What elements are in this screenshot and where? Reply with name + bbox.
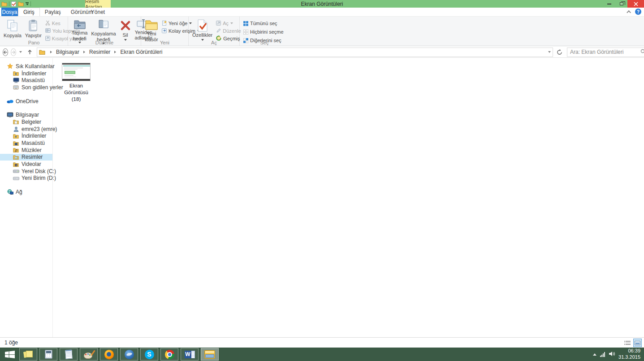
minimize-button[interactable] (603, 0, 615, 8)
folder-icon (39, 49, 45, 55)
documents-folder-icon (13, 119, 19, 124)
select-all-button[interactable]: Tümünü seç (242, 20, 285, 27)
firefox-icon (104, 350, 114, 359)
sidebar-item-music[interactable]: Müzikler (0, 147, 52, 154)
hard-drive-icon (13, 176, 19, 181)
sidebar-item-local-disk-c[interactable]: Yerel Disk (C:) (0, 168, 52, 175)
delete-x-icon (120, 19, 131, 32)
restore-button[interactable] (615, 0, 627, 8)
details-view-button[interactable] (624, 339, 632, 347)
sidebar-section-computer[interactable]: Bilgisayar (0, 111, 52, 118)
taskbar-skype[interactable]: S (140, 348, 158, 361)
breadcrumb-pictures[interactable]: Resimler (88, 49, 111, 55)
sidebar-item-new-volume-d[interactable]: Yeni Birim (D:) (0, 175, 52, 182)
file-name: Ekran Görüntüsü (18) (59, 83, 93, 103)
sidebar-section-onedrive[interactable]: OneDrive (0, 98, 52, 105)
sidebar-section-network[interactable]: Ağ (0, 188, 52, 196)
new-folder-button[interactable]: Yeni klasör (143, 17, 160, 41)
close-button[interactable] (627, 0, 644, 8)
sidebar-section-favorites[interactable]: Sık Kullanılanlar (0, 63, 52, 70)
taskbar-file-explorer[interactable] (201, 348, 219, 361)
tab-manage[interactable]: Yönet (85, 8, 111, 16)
tab-home[interactable]: Giriş (18, 8, 40, 16)
windows-logo-icon (5, 351, 15, 358)
breadcrumb-computer[interactable]: Bilgisayar (55, 49, 80, 55)
taskbar-thunderbird[interactable] (120, 348, 138, 361)
search-input[interactable] (569, 48, 640, 56)
tray-expand-icon[interactable] (593, 353, 596, 356)
group-label: Pano (0, 40, 68, 45)
scissors-icon (45, 20, 50, 26)
sidebar-item-downloads[interactable]: İndirilenler (0, 70, 52, 77)
copy-button[interactable]: Kopyala (2, 17, 23, 41)
sidebar-item-user-emre23[interactable]: emre23 (emre) (0, 126, 52, 133)
back-button[interactable] (3, 48, 8, 56)
help-icon[interactable]: ? (635, 9, 641, 15)
computer-icon (7, 112, 13, 117)
paste-icon (29, 19, 38, 32)
address-dropdown-icon[interactable] (548, 51, 551, 53)
paste-button[interactable]: Yapıştır (23, 17, 43, 41)
copy-to-button[interactable]: Kopyalama hedefi (89, 17, 117, 41)
properties-button[interactable]: Özellikler (190, 17, 214, 41)
sidebar-item-pictures[interactable]: Resimler (0, 154, 52, 161)
taskbar-paint[interactable] (80, 348, 98, 361)
taskbar-sticky-notes[interactable] (19, 348, 37, 361)
downloads-folder-icon (13, 134, 19, 139)
contextual-tab-picture-tools[interactable]: Resim Araçları (85, 0, 111, 8)
select-none-button[interactable]: Hiçbirini seçme (242, 28, 285, 35)
qat-properties-icon[interactable] (11, 1, 16, 7)
notepad-icon (65, 350, 72, 359)
qat-customize-dropdown-icon[interactable] (26, 2, 29, 5)
file-item-screenshot-18[interactable]: Ekran Görüntüsü (18) (59, 63, 93, 103)
downloads-folder-icon (13, 71, 19, 76)
sidebar-item-recent-places[interactable]: Son gidilen yerler (0, 84, 52, 91)
path-icon (45, 28, 51, 34)
sidebar-item-downloads2[interactable]: İndirilenler (0, 133, 52, 140)
tab-file[interactable]: Dosya (1, 8, 18, 16)
refresh-icon[interactable] (557, 49, 562, 55)
taskbar-notepad[interactable] (60, 348, 78, 361)
taskbar-chrome[interactable] (160, 348, 178, 361)
breadcrumb-chevron-icon (114, 51, 116, 53)
sidebar-item-desktop2[interactable]: Masaüstü (0, 139, 52, 147)
select-all-icon (243, 21, 248, 26)
open-button[interactable]: Aç (215, 20, 242, 27)
edit-button[interactable]: Düzenle (215, 27, 242, 35)
group-label: Düzenle (68, 40, 141, 45)
sticky-notes-icon (24, 350, 33, 358)
skype-icon: S (145, 350, 154, 359)
copy-icon (7, 19, 18, 32)
breadcrumb-chevron-icon (83, 51, 85, 53)
sidebar-item-desktop[interactable]: Masaüstü (0, 77, 52, 84)
details-view-icon (626, 341, 631, 345)
easy-access-icon (162, 28, 167, 34)
qat-new-folder-icon[interactable] (18, 1, 24, 6)
large-icons-view-button[interactable] (633, 339, 642, 347)
tab-share[interactable]: Paylaş (40, 8, 66, 16)
breadcrumb-screenshots[interactable]: Ekran Görüntüleri (119, 49, 163, 55)
address-bar[interactable]: Bilgisayar Resimler Ekran Görüntüleri (37, 48, 553, 57)
sidebar-item-videos[interactable]: Videolar (0, 161, 52, 168)
pictures-folder-icon (13, 155, 19, 160)
title-bar: Ekran Görüntüleri Resim Araçları (0, 0, 644, 8)
taskbar-calculator[interactable] (39, 348, 57, 361)
edit-pen-icon (216, 28, 221, 34)
monitor-icon (13, 78, 19, 83)
taskbar-firefox[interactable] (100, 348, 118, 361)
properties-icon (197, 19, 208, 32)
clock[interactable]: 06:39 31.3.2015 (618, 348, 640, 361)
breadcrumb-chevron-icon (50, 51, 52, 53)
up-button[interactable] (27, 49, 32, 55)
start-button[interactable] (0, 348, 19, 361)
ribbon-group-organize: Taşıma hedefi Kopyalama hedefi Sil Yenid… (68, 17, 141, 46)
sidebar-item-documents[interactable]: Belgeler (0, 118, 52, 126)
volume-icon[interactable] (609, 350, 615, 358)
recent-locations-dropdown-icon[interactable] (19, 51, 22, 53)
search-icon[interactable] (640, 48, 644, 56)
forward-button[interactable] (11, 48, 16, 56)
taskbar-word[interactable]: W (181, 348, 199, 361)
move-to-button[interactable]: Taşıma hedefi (70, 17, 89, 41)
network-signal-icon[interactable] (600, 352, 605, 357)
delete-button[interactable]: Sil (118, 17, 133, 41)
